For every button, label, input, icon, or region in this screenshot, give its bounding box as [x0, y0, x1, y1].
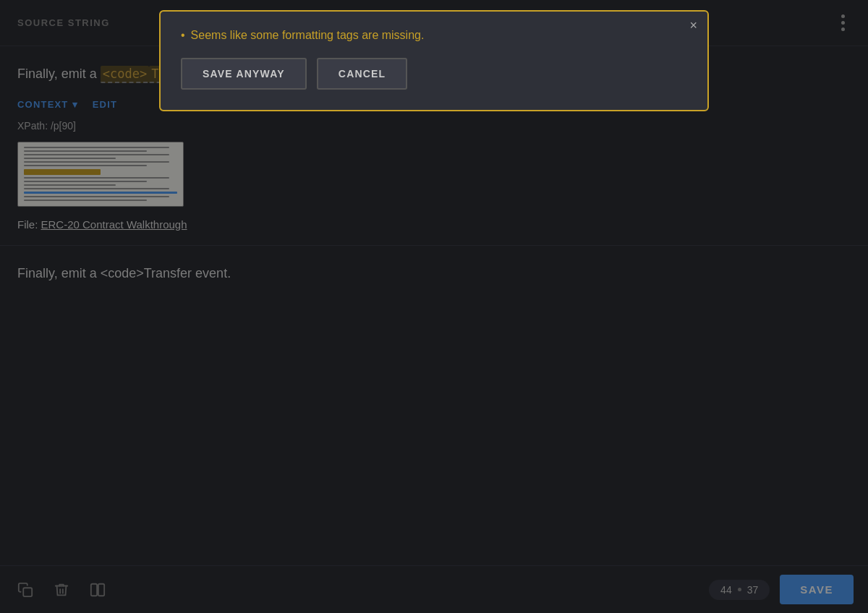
dialog-buttons: SAVE ANYWAY CANCEL — [181, 58, 687, 90]
save-anyway-button[interactable]: SAVE ANYWAY — [181, 58, 307, 90]
warning-dialog: × • Seems like some formatting tags are … — [159, 10, 709, 111]
cancel-button[interactable]: CANCEL — [317, 58, 408, 90]
close-button[interactable]: × — [689, 19, 697, 32]
dialog-warning: • Seems like some formatting tags are mi… — [181, 29, 687, 42]
warning-bullet: • — [181, 29, 185, 42]
warning-text: Seems like some formatting tags are miss… — [191, 29, 425, 42]
